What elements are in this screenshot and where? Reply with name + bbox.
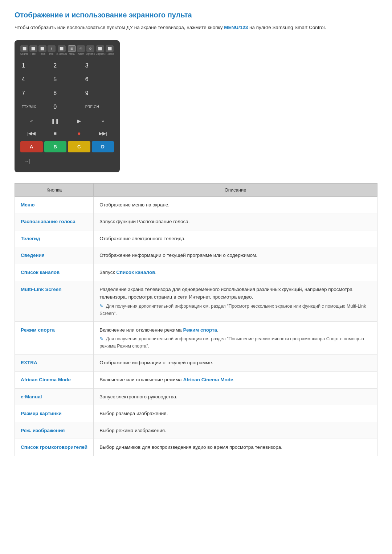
playback-row-1: « ❚❚ ▶ »	[20, 116, 114, 126]
button-cell: Multi-Link Screen	[15, 281, 94, 321]
stop-btn[interactable]: ■	[44, 128, 67, 139]
description-note: ✎ Для получения дополнительной информаци…	[99, 335, 371, 350]
button-cell: Сведения	[15, 247, 94, 264]
color-c-btn[interactable]: C	[68, 141, 90, 152]
description-cell: Отображение информации о текущей програм…	[94, 354, 377, 372]
fast-forward-btn[interactable]: »	[92, 116, 114, 126]
num-4[interactable]: 4	[20, 73, 50, 86]
button-cell: Распознавание голоса	[15, 213, 94, 230]
table-header-row: Кнопка Описание	[15, 183, 377, 196]
remote-alarm-btn[interactable]: ◎ Alarm	[77, 45, 85, 55]
button-cell: Список каналов	[15, 264, 94, 281]
description-cell: Выбор динамиков для воспроизведения ауди…	[94, 439, 377, 456]
button-cell: e-Manual	[15, 388, 94, 405]
num-7[interactable]: 7	[20, 87, 50, 99]
emanual-icon: ⬜	[58, 45, 66, 52]
description-link: African Cinema Mode	[183, 377, 233, 382]
button-cell: African Cinema Mode	[15, 371, 94, 388]
on-screen-remote: ⬜ Source ⬜ Filter ⬜ Tools i Info ⬜ e-Man…	[15, 40, 120, 172]
num-0[interactable]: 0	[52, 101, 82, 113]
remote-top-icons: ⬜ Source ⬜ Filter ⬜ Tools i Info ⬜ e-Man…	[20, 45, 114, 55]
remote-emanual-btn[interactable]: ⬜ e-Manual	[56, 45, 67, 55]
remote-filter-btn[interactable]: ⬜ Filter	[29, 45, 37, 55]
table-row: Список каналовЗапуск Список каналов.	[15, 264, 377, 281]
table-row: EXTRAОтображение информации о текущей пр…	[15, 354, 377, 372]
remote-caption-btn[interactable]: ⬜ Caption	[96, 45, 105, 55]
table-row: СведенияОтображение информации о текущей…	[15, 247, 377, 264]
table-row: Multi-Link ScreenРазделение экрана телев…	[15, 281, 377, 321]
button-cell: Реж. изображения	[15, 422, 94, 439]
description-cell: Включение или отключение режима African …	[94, 371, 377, 388]
table-row: Список громкоговорителейВыбор динамиков …	[15, 439, 377, 456]
button-cell: Режим спорта	[15, 321, 94, 354]
arrow-right-btn[interactable]: →|	[21, 156, 33, 166]
description-cell: Выбор размера изображения.	[94, 405, 377, 422]
table-row: African Cinema ModeВключение или отключе…	[15, 371, 377, 388]
table-row: Распознавание голосаЗапуск функции Распо…	[15, 213, 377, 230]
button-cell: Телегид	[15, 230, 94, 247]
next-track-btn[interactable]: ▶▶|	[92, 128, 114, 139]
col-header-description: Описание	[94, 183, 377, 196]
color-b-btn[interactable]: B	[44, 141, 67, 152]
description-note: ✎ Для получения дополнительной информаци…	[99, 303, 371, 317]
table-row: Реж. изображенияВыбор режима изображения…	[15, 422, 377, 439]
bottom-row: →|	[20, 155, 114, 167]
num-ttxmix[interactable]: TTX/MIX	[20, 101, 50, 113]
description-cell: Запуск электронного руководства.	[94, 388, 377, 405]
num-5[interactable]: 5	[52, 73, 82, 86]
rewind-btn[interactable]: «	[20, 116, 43, 126]
intro-text: Чтобы отобразить или воспользоваться пул…	[15, 24, 377, 32]
num-6[interactable]: 6	[84, 73, 114, 86]
remote-container: ⬜ Source ⬜ Filter ⬜ Tools i Info ⬜ e-Man…	[15, 40, 377, 172]
info-icon: i	[48, 45, 56, 52]
description-cell: Запуск Список каналов.	[94, 264, 377, 281]
description-cell: Отображение электронного телегида.	[94, 230, 377, 247]
menu-icon: ▦	[68, 45, 76, 52]
table-row: Режим спортаВключение или отключение реж…	[15, 321, 377, 354]
remote-pmode-btn[interactable]: ⬜ P.Mode	[106, 45, 114, 55]
source-icon: ⬜	[20, 45, 28, 52]
col-header-button: Кнопка	[15, 183, 94, 196]
num-2[interactable]: 2	[52, 59, 82, 72]
color-row: A B C D	[20, 141, 114, 152]
description-cell: Включение или отключение режима Режим сп…	[94, 321, 377, 354]
description-cell: Отображение информации о текущей програм…	[94, 247, 377, 264]
remote-source-btn[interactable]: ⬜ Source	[20, 45, 28, 55]
color-a-btn[interactable]: A	[20, 141, 43, 152]
table-row: Размер картинкиВыбор размера изображения…	[15, 405, 377, 422]
button-cell: Меню	[15, 196, 94, 213]
record-btn[interactable]: ●	[68, 128, 90, 139]
pmode-icon: ⬜	[106, 45, 114, 52]
caption-icon: ⬜	[96, 45, 104, 52]
tools-icon: ⬜	[38, 45, 46, 52]
description-cell: Разделение экрана телевизора для одновре…	[94, 281, 377, 321]
num-3[interactable]: 3	[84, 59, 114, 72]
num-1[interactable]: 1	[20, 59, 50, 72]
table-row: ТелегидОтображение электронного телегида…	[15, 230, 377, 247]
pause-btn[interactable]: ❚❚	[44, 116, 67, 126]
description-cell: Запуск функции Распознавание голоса.	[94, 213, 377, 230]
remote-options-btn[interactable]: ⊙ Options	[86, 45, 95, 55]
num-prech[interactable]: PRE-CH	[84, 101, 114, 113]
buttons-table: Кнопка Описание МенюОтображение меню на …	[15, 183, 377, 456]
page-title: Отображение и использование экранного пу…	[15, 11, 377, 19]
description-cell: Выбор режима изображения.	[94, 422, 377, 439]
number-grid: 1 2 3 4 5 6 7 8 9 TTX/MIX 0 PRE-CH	[20, 59, 114, 113]
num-8[interactable]: 8	[52, 87, 82, 99]
description-cell: Отображение меню на экране.	[94, 196, 377, 213]
options-icon: ⊙	[86, 45, 94, 52]
playback-row-2: |◀◀ ■ ● ▶▶|	[20, 128, 114, 139]
remote-menu-btn[interactable]: ▦ Menu	[68, 45, 76, 55]
play-btn[interactable]: ▶	[68, 116, 90, 126]
prev-track-btn[interactable]: |◀◀	[20, 128, 43, 139]
description-link: Список каналов	[116, 270, 155, 275]
button-cell: EXTRA	[15, 354, 94, 372]
remote-info-btn[interactable]: i Info	[48, 45, 56, 55]
color-d-btn[interactable]: D	[92, 141, 114, 152]
filter-icon: ⬜	[29, 45, 37, 52]
description-link: Режим спорта	[183, 327, 217, 333]
button-cell: Список громкоговорителей	[15, 439, 94, 456]
num-9[interactable]: 9	[84, 87, 114, 99]
button-cell: Размер картинки	[15, 405, 94, 422]
remote-tools-btn[interactable]: ⬜ Tools	[38, 45, 46, 55]
